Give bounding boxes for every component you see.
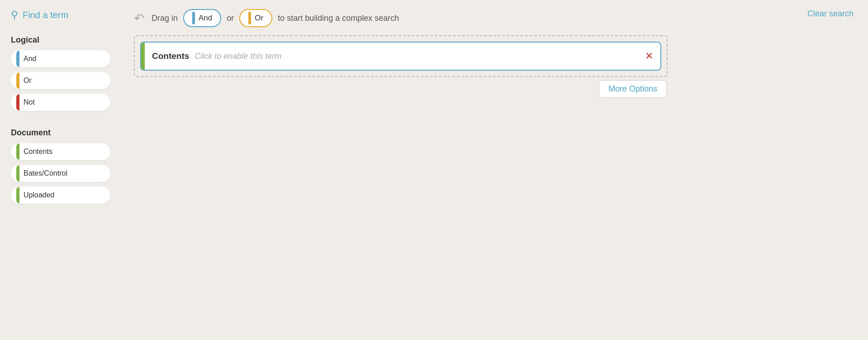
term-card-color-bar: [141, 43, 145, 70]
document-heading: Document: [11, 128, 116, 138]
logical-heading: Logical: [11, 35, 116, 45]
contents-term-button[interactable]: Contents: [11, 143, 110, 160]
instruction-row: ↶ Drag in And or Or to start building a …: [134, 9, 854, 27]
search-drop-zone[interactable]: Contents Click to enable this term ✕ Mor…: [134, 35, 668, 77]
drag-text-post: to start building a complex search: [278, 14, 399, 23]
or-connector: or: [227, 14, 234, 23]
contents-term-card[interactable]: Contents Click to enable this term ✕: [140, 42, 661, 71]
drag-arrow-icon: ↶: [134, 11, 144, 26]
sidebar: ⚲ Find a term Logical And Or Not Documen…: [0, 0, 127, 340]
or-term-button[interactable]: Or: [11, 72, 110, 89]
find-term-label[interactable]: Find a term: [23, 10, 68, 20]
logical-section: Logical And Or Not: [11, 34, 116, 115]
search-icon: ⚲: [11, 9, 18, 21]
or-pill[interactable]: Or: [239, 9, 272, 27]
more-options-button[interactable]: More Options: [599, 80, 667, 98]
main-area: ↶ Drag in And or Or to start building a …: [127, 0, 868, 340]
bates-label: Bates/Control: [24, 169, 67, 177]
term-card-hint: Click to enable this term: [194, 52, 281, 61]
or-pill-label: Or: [255, 14, 263, 23]
not-term-button[interactable]: Not: [11, 94, 110, 111]
find-term-row[interactable]: ⚲ Find a term: [11, 9, 116, 21]
term-card-label: Contents: [152, 51, 189, 61]
and-pill[interactable]: And: [183, 9, 221, 27]
term-card-close-button[interactable]: ✕: [645, 50, 653, 62]
document-section: Document Contents Bates/Control Uploaded: [11, 126, 116, 208]
uploaded-label: Uploaded: [24, 191, 55, 199]
contents-label: Contents: [24, 148, 52, 156]
drag-text-pre: Drag in: [152, 14, 178, 23]
or-label: Or: [24, 77, 32, 85]
bates-term-button[interactable]: Bates/Control: [11, 165, 110, 182]
and-label: And: [24, 55, 36, 63]
not-label: Not: [24, 98, 35, 106]
clear-search-button[interactable]: Clear search: [807, 9, 854, 19]
uploaded-term-button[interactable]: Uploaded: [11, 187, 110, 204]
and-term-button[interactable]: And: [11, 50, 110, 67]
and-pill-label: And: [199, 14, 212, 23]
